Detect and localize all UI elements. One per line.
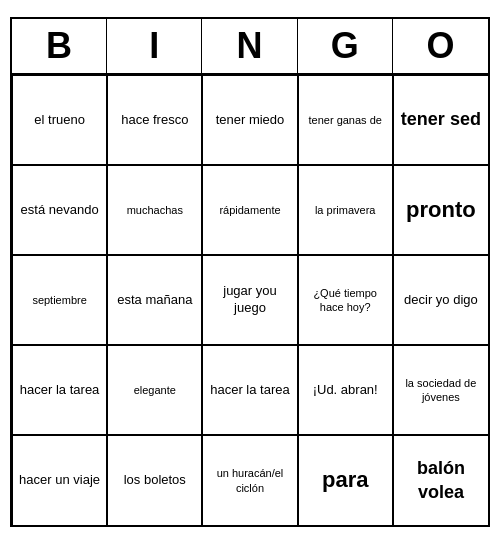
header-letter-o: O [393,19,488,73]
bingo-cell-7: rápidamente [202,165,297,255]
bingo-cell-9: pronto [393,165,488,255]
bingo-cell-21: los boletos [107,435,202,525]
bingo-cell-13: ¿Qué tiempo hace hoy? [298,255,393,345]
bingo-cell-2: tener miedo [202,75,297,165]
bingo-cell-3: tener ganas de [298,75,393,165]
bingo-cell-14: decir yo digo [393,255,488,345]
bingo-cell-4: tener sed [393,75,488,165]
header-letter-n: N [202,19,297,73]
bingo-cell-0: el trueno [12,75,107,165]
bingo-cell-10: septiembre [12,255,107,345]
bingo-header: BINGO [12,19,488,75]
bingo-grid: el truenohace frescotener miedotener gan… [12,75,488,525]
bingo-cell-12: jugar you juego [202,255,297,345]
bingo-cell-1: hace fresco [107,75,202,165]
bingo-cell-23: para [298,435,393,525]
bingo-cell-5: está nevando [12,165,107,255]
bingo-cell-16: elegante [107,345,202,435]
header-letter-g: G [298,19,393,73]
bingo-cell-6: muchachas [107,165,202,255]
bingo-cell-19: la sociedad de jóvenes [393,345,488,435]
bingo-cell-24: balón volea [393,435,488,525]
bingo-cell-15: hacer la tarea [12,345,107,435]
bingo-cell-22: un huracán/el ciclón [202,435,297,525]
header-letter-i: I [107,19,202,73]
header-letter-b: B [12,19,107,73]
bingo-cell-20: hacer un viaje [12,435,107,525]
bingo-cell-8: la primavera [298,165,393,255]
bingo-cell-17: hacer la tarea [202,345,297,435]
bingo-cell-18: ¡Ud. abran! [298,345,393,435]
bingo-cell-11: esta mañana [107,255,202,345]
bingo-card: BINGO el truenohace frescotener miedoten… [10,17,490,527]
